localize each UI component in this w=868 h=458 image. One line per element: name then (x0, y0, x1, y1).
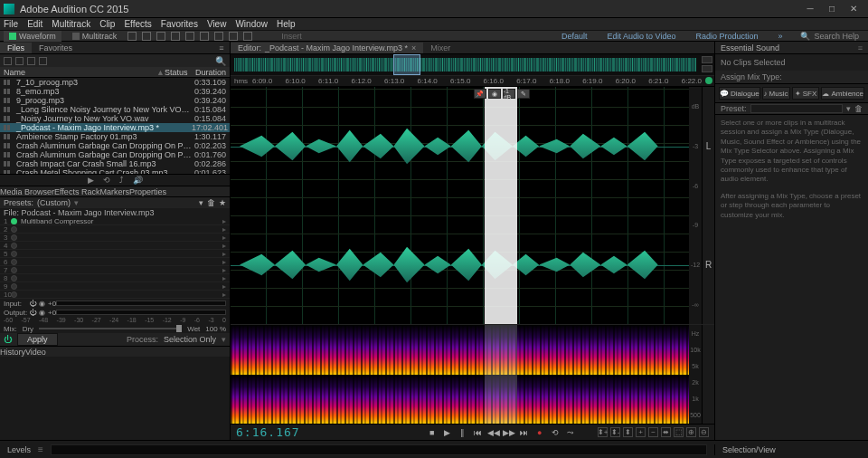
tab-history[interactable]: History (0, 348, 25, 357)
effect-slot[interactable]: 8▸ (0, 274, 230, 282)
effect-slot[interactable]: 1Multiband Compressor▸ (0, 217, 230, 225)
presets-value[interactable]: (Custom) (37, 198, 71, 207)
slot-menu-icon[interactable]: ▸ (222, 291, 226, 299)
time-selection[interactable] (485, 87, 516, 324)
file-row[interactable]: Crash Aluminum Garbage Can Dropping On P… (0, 141, 230, 150)
autoplay-icon[interactable]: ⤴ (119, 176, 124, 185)
slot-menu-icon[interactable]: ▸ (222, 234, 226, 242)
zoom-in-point-icon[interactable]: ⊕ (686, 427, 696, 437)
loop-preview-icon[interactable]: ⟲ (103, 176, 110, 185)
record-button[interactable]: ● (534, 427, 545, 438)
view-multitrack-button[interactable]: Multitrack (67, 31, 123, 42)
input-gain-knob[interactable]: ◉ (39, 300, 45, 308)
hud-db-value[interactable]: -1 dB (503, 89, 515, 99)
close-button[interactable]: ✕ (843, 2, 864, 16)
zoom-full-icon[interactable]: ⬌ (661, 427, 671, 437)
tab-favorites[interactable]: Favorites (32, 43, 80, 53)
effect-slot[interactable]: 3▸ (0, 234, 230, 242)
tool-marquee-icon[interactable] (200, 32, 209, 41)
timeline-ruler[interactable]: hms 6:09.06:10.06:11.06:12.06:13.06:14.0… (231, 76, 714, 87)
spectral-selection[interactable] (485, 325, 516, 424)
slot-menu-icon[interactable]: ▸ (222, 242, 226, 250)
slot-power-icon[interactable] (11, 283, 17, 290)
zoom-out-amp-icon[interactable]: ⬍- (610, 427, 620, 437)
zoom-in-time-icon[interactable]: + (636, 427, 646, 437)
overview-list-icon[interactable] (702, 65, 712, 72)
channel-right[interactable] (231, 205, 689, 324)
wet-value[interactable]: 100 % (205, 325, 226, 333)
slot-power-icon[interactable] (11, 234, 17, 241)
forward-button[interactable]: ▶▶ (504, 427, 514, 438)
effect-slot[interactable]: 10▸ (0, 291, 230, 299)
goto-end-button[interactable]: ⏭ (519, 427, 530, 438)
mixtype-sfx-button[interactable]: ✦SFX (792, 87, 820, 100)
workspace-default[interactable]: Default (554, 32, 595, 41)
channel-r-icon[interactable]: R (703, 205, 714, 324)
close-file-icon[interactable] (39, 57, 47, 65)
filter-icon[interactable]: 🔍 (215, 56, 226, 66)
slot-power-icon[interactable] (11, 259, 17, 265)
search-help[interactable]: 🔍 Search Help (795, 32, 864, 41)
tab-media-browser[interactable]: Media Browser (0, 187, 54, 196)
slot-power-icon[interactable] (11, 291, 17, 298)
waveform-canvas[interactable]: 📌 ◉ -1 dB ✎ (231, 87, 689, 324)
workspace-more[interactable]: » (770, 32, 789, 41)
menu-file[interactable]: File (4, 19, 18, 29)
menu-edit[interactable]: Edit (27, 19, 42, 29)
file-row[interactable]: Ambience Stamp Factory 01.mp31:30.117 (0, 132, 230, 141)
spectral-display[interactable]: Hz10k5k2k1k500 (231, 324, 714, 424)
effect-slot[interactable]: 7▸ (0, 266, 230, 274)
col-name[interactable]: Name (4, 68, 156, 77)
tool-hud-icon[interactable] (127, 32, 137, 41)
tool-spectral-icon[interactable] (142, 32, 151, 41)
tool-lasso-icon[interactable] (214, 32, 223, 41)
slot-menu-icon[interactable]: ▸ (222, 225, 226, 234)
minimize-button[interactable]: ─ (799, 2, 821, 16)
slot-menu-icon[interactable]: ▸ (222, 282, 226, 291)
effect-slot[interactable]: 9▸ (0, 282, 230, 291)
file-list[interactable]: 7_10_proog.mp30:33.1098_emo.mp30:39.2409… (0, 78, 230, 174)
effect-slot[interactable]: 4▸ (0, 242, 230, 250)
slot-menu-icon[interactable]: ▸ (222, 217, 226, 225)
presets-dropdown-icon[interactable]: ▾ (74, 198, 79, 207)
menu-clip[interactable]: Clip (99, 19, 115, 29)
file-row[interactable]: 7_10_proog.mp30:33.109 (0, 78, 230, 87)
goto-start-button[interactable]: ⏮ (473, 427, 484, 438)
process-mode[interactable]: Selection Only (164, 335, 216, 344)
slot-power-icon[interactable] (11, 243, 17, 249)
view-waveform-button[interactable]: Waveform (4, 31, 61, 42)
slot-menu-icon[interactable]: ▸ (222, 258, 226, 266)
effect-slot[interactable]: 5▸ (0, 250, 230, 258)
mixtype-ambience-button[interactable]: ☁Ambience (821, 87, 864, 100)
slot-menu-icon[interactable]: ▸ (222, 274, 226, 282)
channel-l-icon[interactable]: L (703, 87, 714, 205)
history-body[interactable] (0, 357, 230, 440)
zoom-reset-amp-icon[interactable]: ⬍ (623, 427, 633, 437)
tab-markers[interactable]: Markers (99, 187, 129, 196)
import-icon[interactable] (27, 57, 35, 65)
levels-menu-icon[interactable]: ≡ (38, 444, 43, 454)
output-gain-knob[interactable]: ◉ (39, 309, 45, 317)
new-file-icon[interactable] (15, 57, 24, 65)
tab-files[interactable]: Files (0, 43, 32, 53)
tab-editor[interactable]: Editor: _Podcast - Maxim Jago Interview.… (231, 43, 423, 53)
tool-brush-icon[interactable] (229, 32, 238, 41)
channel-left[interactable] (231, 87, 689, 205)
file-row[interactable]: _Long Silence Noisy Journey to New York … (0, 105, 230, 114)
zoom-out-point-icon[interactable]: ⊖ (699, 427, 709, 437)
tab-close-icon[interactable]: × (411, 43, 416, 52)
save-preset-icon[interactable]: ▾ (199, 198, 203, 207)
timecode[interactable]: 6:16.167 (236, 425, 300, 439)
slot-power-icon[interactable] (11, 275, 17, 281)
menu-window[interactable]: Window (235, 19, 268, 29)
overview-waveform[interactable] (231, 54, 714, 76)
file-row[interactable]: Crash Impact Car Crash Small 16.mp30:02.… (0, 159, 230, 168)
hud-gain-knob[interactable]: ◉ (488, 89, 501, 99)
overview-nav-icon[interactable] (702, 56, 712, 63)
play-button[interactable]: ▶ (442, 427, 453, 438)
spectral-canvas[interactable] (231, 325, 689, 424)
file-row[interactable]: _Noisy Journey to New York VO.wav0:15.08… (0, 114, 230, 123)
slot-power-icon[interactable] (11, 251, 17, 257)
vol-icon[interactable]: 🔊 (133, 176, 143, 185)
file-row[interactable]: 9_proog.mp30:39.240 (0, 96, 230, 105)
